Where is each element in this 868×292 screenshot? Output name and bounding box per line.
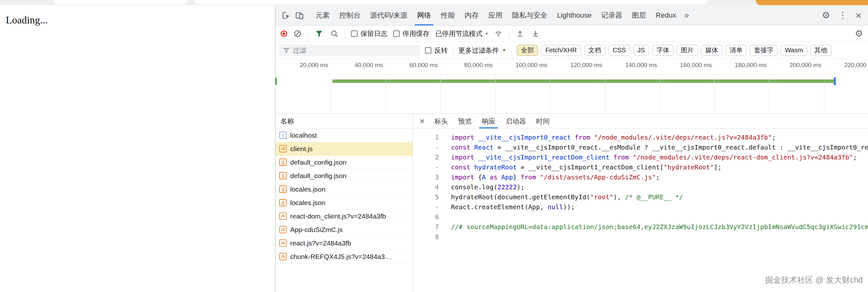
response-tab-启动器[interactable]: 启动器 bbox=[500, 114, 531, 128]
toolbar-divider bbox=[509, 29, 509, 38]
network-filter-input[interactable]: 过滤 bbox=[279, 44, 420, 56]
invert-checkbox[interactable] bbox=[425, 47, 431, 54]
tab-Redux[interactable]: Redux bbox=[651, 5, 681, 25]
disable-cache-control: 停用缓存 bbox=[393, 29, 430, 38]
inspect-element-icon[interactable] bbox=[279, 9, 293, 22]
response-tab-预览[interactable]: 预览 bbox=[453, 114, 477, 128]
code-text: import __vite__cjsImport0_react from "/n… bbox=[439, 132, 776, 142]
toolbar-divider bbox=[512, 46, 512, 55]
screenshot-root: Loading... 元素控制台源代码/来源网络性能内存应用隐私与安全Light… bbox=[0, 0, 868, 292]
tab-元素[interactable]: 元素 bbox=[311, 5, 335, 25]
filter-chip-套接字[interactable]: 套接字 bbox=[750, 45, 777, 56]
filter-chip-文档[interactable]: 文档 bbox=[584, 45, 606, 56]
response-tab-时间[interactable]: 时间 bbox=[531, 114, 555, 128]
export-har-icon[interactable] bbox=[531, 29, 540, 38]
code-text: hydrateRoot(document.getElementById("roo… bbox=[439, 192, 683, 202]
filter-chip-字体[interactable]: 字体 bbox=[652, 45, 674, 56]
filter-chip-清单[interactable]: 清单 bbox=[725, 45, 747, 56]
tab-图层[interactable]: 图层 bbox=[627, 5, 651, 25]
devtools-close-icon[interactable]: × bbox=[856, 10, 862, 21]
document-file-icon: ≡ bbox=[279, 132, 287, 139]
line-number: 6 bbox=[413, 212, 439, 222]
response-tab-标头[interactable]: 标头 bbox=[429, 114, 453, 128]
script-file-icon: JS bbox=[279, 253, 287, 260]
disable-cache-checkbox[interactable] bbox=[393, 31, 400, 37]
timeline-gridline bbox=[550, 71, 550, 113]
request-name: chunk-REFQX4J5.js?v=2484a3… bbox=[290, 253, 392, 261]
code-text bbox=[439, 232, 451, 242]
response-tab-响应[interactable]: 响应 bbox=[477, 114, 500, 128]
code-line: -const hydrateRoot = __vite__cjsImport1_… bbox=[413, 162, 868, 172]
timeline-overview[interactable]: 20,000 ms40,000 ms60,000 ms80,000 ms100,… bbox=[275, 59, 868, 114]
more-filters-dropdown[interactable]: 更多过滤条件 ▼ bbox=[458, 46, 506, 55]
tab-源代码/来源[interactable]: 源代码/来源 bbox=[365, 5, 412, 25]
preserve-log-checkbox[interactable] bbox=[351, 31, 358, 37]
response-code[interactable]: 1import __vite__cjsImport0_react from "/… bbox=[413, 129, 868, 292]
script-file-icon: JS bbox=[279, 145, 287, 153]
record-network-log-icon[interactable] bbox=[281, 31, 287, 37]
timeline-gridline bbox=[769, 71, 770, 113]
filter-chip-Fetch/XHR[interactable]: Fetch/XHR bbox=[541, 45, 581, 56]
timeline-tick-label: 100,000 ms bbox=[496, 62, 547, 69]
clear-network-log-icon[interactable] bbox=[293, 29, 302, 38]
more-tabs-chevron-icon[interactable]: » bbox=[681, 10, 692, 20]
search-icon[interactable] bbox=[330, 29, 339, 38]
close-details-icon[interactable]: × bbox=[415, 117, 429, 126]
tab-网络[interactable]: 网络 bbox=[412, 5, 436, 25]
filter-chip-其他[interactable]: 其他 bbox=[810, 45, 831, 56]
line-number: 2 bbox=[413, 153, 439, 162]
code-line: 5hydrateRoot(document.getElementById("ro… bbox=[413, 192, 868, 202]
devtools-menu-kebab-icon[interactable]: ⋮ bbox=[838, 11, 847, 20]
devtools-settings-gear-icon[interactable]: ⚙ bbox=[822, 11, 830, 20]
timeline-gridline bbox=[495, 71, 496, 113]
request-row[interactable]: {}default_config.json bbox=[275, 169, 412, 183]
watermark-text: 掘金技术社区 @ 发大财chd bbox=[765, 275, 863, 285]
tab-Lighthouse[interactable]: Lighthouse bbox=[552, 5, 596, 25]
request-row[interactable]: JSreact-dom_client.js?v=2484a3fb bbox=[275, 209, 412, 223]
network-settings-gear-icon[interactable]: ⚙ bbox=[855, 29, 863, 38]
invert-filter-control: 反转 bbox=[425, 46, 448, 55]
network-conditions-icon[interactable] bbox=[494, 29, 503, 38]
tab-应用[interactable]: 应用 bbox=[484, 5, 507, 25]
code-line: 4console.log(22222); bbox=[413, 182, 868, 192]
timeline-tick-label: 60,000 ms bbox=[386, 62, 438, 69]
preserve-log-label: 保留日志 bbox=[361, 29, 388, 38]
request-list: ≡localhostJSclient.js{}default_config.js… bbox=[275, 129, 412, 263]
filter-chip-图片[interactable]: 图片 bbox=[677, 45, 698, 56]
browser-profile-button[interactable] bbox=[756, 0, 868, 5]
code-text: React.createElement(App, null)); bbox=[439, 202, 575, 212]
code-text: const hydrateRoot = __vite__cjsImport1_r… bbox=[439, 162, 722, 172]
filter-funnel-icon[interactable] bbox=[314, 29, 324, 38]
request-row[interactable]: {}default_config.json bbox=[275, 156, 412, 169]
throttling-dropdown[interactable]: 已停用节流模式 ▾ bbox=[435, 29, 488, 38]
request-row[interactable]: JSreact.js?v=2484a3fb bbox=[275, 236, 412, 250]
filter-chip-Wasm[interactable]: Wasm bbox=[781, 45, 807, 56]
filter-chip-全部[interactable]: 全部 bbox=[517, 45, 538, 56]
request-row[interactable]: {}locales.json bbox=[275, 196, 412, 209]
import-har-icon[interactable] bbox=[515, 29, 525, 38]
tab-隐私与安全[interactable]: 隐私与安全 bbox=[507, 5, 552, 25]
json-file-icon: {} bbox=[279, 159, 287, 166]
line-number: - bbox=[413, 202, 439, 212]
request-row[interactable]: JSApp-cduSiZmC.js bbox=[275, 223, 412, 236]
request-row[interactable]: JSclient.js bbox=[275, 142, 412, 156]
timeline-end-tick bbox=[834, 77, 836, 85]
filter-chip-媒体[interactable]: 媒体 bbox=[701, 45, 722, 56]
device-toolbar-icon[interactable] bbox=[293, 9, 306, 22]
request-name: locales.json bbox=[290, 186, 326, 193]
tab-性能[interactable]: 性能 bbox=[436, 5, 460, 25]
request-row[interactable]: ≡localhost bbox=[275, 129, 412, 142]
browser-address-bar[interactable] bbox=[194, 0, 709, 5]
tab-控制台[interactable]: 控制台 bbox=[335, 5, 365, 25]
filter-chip-JS[interactable]: JS bbox=[633, 45, 649, 56]
tab-记录器[interactable]: 记录器 bbox=[596, 5, 627, 25]
request-row[interactable]: {}locales.json bbox=[275, 183, 412, 196]
devtools-splitter[interactable] bbox=[275, 5, 275, 292]
browser-toolbar-field[interactable] bbox=[54, 0, 188, 5]
request-name: react-dom_client.js?v=2484a3fb bbox=[290, 213, 386, 220]
request-row[interactable]: JSchunk-REFQX4J5.js?v=2484a3… bbox=[275, 250, 412, 263]
tab-内存[interactable]: 内存 bbox=[460, 5, 484, 25]
line-number: - bbox=[413, 142, 439, 153]
request-name-column-header[interactable]: 名称 bbox=[275, 114, 412, 129]
filter-chip-CSS[interactable]: CSS bbox=[609, 45, 630, 56]
